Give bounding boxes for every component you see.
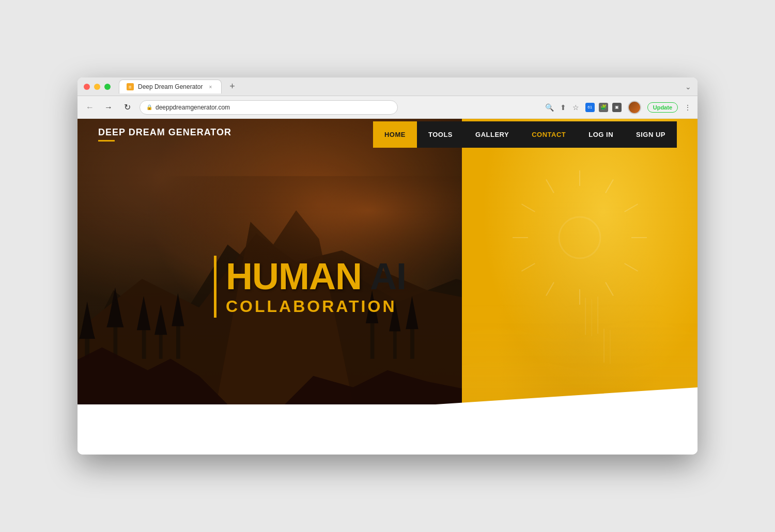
nav-item-signup[interactable]: SIGN UP (625, 121, 677, 148)
title-bar: Deep Dream Generator × + ⌄ (78, 77, 698, 96)
extension-sidebar-icon[interactable]: ▣ (612, 103, 622, 112)
new-tab-button[interactable]: + (226, 81, 238, 93)
window-chevron-button[interactable]: ⌄ (685, 83, 691, 91)
update-button[interactable]: Update (647, 102, 678, 113)
site-logo: DEEP DREAM GENERATOR (98, 127, 231, 142)
mac-window: Deep Dream Generator × + ⌄ ← → ↻ 🔒 deepp… (78, 77, 698, 455)
extension-calendar-icon[interactable]: 61 (585, 103, 595, 112)
hero-collaboration-text: COLLABORATION (226, 297, 406, 316)
site-navigation: DEEP DREAM GENERATOR HOME TOOLS GALLERY … (78, 119, 698, 150)
svg-line-26 (606, 179, 613, 193)
hero-text: HUMAN AI COLLABORATION (214, 256, 406, 318)
lock-icon: 🔒 (146, 104, 152, 110)
hero-titles: HUMAN AI COLLABORATION (226, 258, 406, 316)
search-icon[interactable]: 🔍 (545, 103, 554, 112)
user-avatar[interactable] (628, 101, 641, 114)
address-bar-actions: 🔍 ⬆ ☆ 61 🧩 ▣ Update ⋮ (545, 101, 691, 114)
bookmark-icon[interactable]: ☆ (572, 103, 579, 112)
logo-underline (98, 140, 115, 142)
hero-human-text: HUMAN (226, 258, 362, 295)
hero-gold-panel (462, 119, 698, 428)
tab-title: Deep Dream Generator (138, 83, 203, 90)
tab-favicon-icon (127, 83, 134, 90)
website-content: DEEP DREAM GENERATOR HOME TOOLS GALLERY … (78, 119, 698, 455)
nav-item-login[interactable]: LOG IN (577, 121, 625, 148)
logo-text: DEEP DREAM GENERATOR (98, 127, 231, 138)
nav-item-home[interactable]: HOME (373, 121, 417, 148)
extensions-group: 61 🧩 ▣ (585, 103, 622, 112)
address-bar: ← → ↻ 🔒 deeppdreamgenerator.com 🔍 ⬆ ☆ 61… (78, 96, 698, 119)
maximize-button[interactable] (104, 84, 111, 90)
nav-item-tools[interactable]: TOOLS (417, 121, 464, 148)
svg-line-27 (625, 204, 638, 212)
minimize-button[interactable] (94, 84, 100, 90)
back-button[interactable]: ← (84, 103, 96, 112)
svg-line-35 (521, 204, 535, 212)
title-bar-controls: ⌄ (685, 83, 691, 91)
nav-item-contact[interactable]: CONTACT (520, 121, 577, 148)
refresh-button[interactable]: ↻ (121, 102, 133, 112)
hero-section: DEEP DREAM GENERATOR HOME TOOLS GALLERY … (78, 119, 698, 455)
hero-human-ai-row: HUMAN AI (226, 258, 406, 295)
nav-links: HOME TOOLS GALLERY CONTACT LOG IN SIGN U… (373, 121, 677, 148)
hero-vertical-bar (214, 256, 216, 318)
nav-item-gallery[interactable]: GALLERY (464, 121, 520, 148)
share-icon[interactable]: ⬆ (560, 103, 566, 112)
active-tab[interactable]: Deep Dream Generator × (119, 80, 222, 93)
extension-puzzle-icon[interactable]: 🧩 (599, 103, 608, 112)
close-button[interactable] (84, 84, 90, 90)
url-bar[interactable]: 🔒 deeppdreamgenerator.com (140, 100, 398, 115)
svg-line-36 (546, 179, 554, 193)
tab-close-button[interactable]: × (207, 83, 214, 90)
browser-menu-icon[interactable]: ⋮ (684, 103, 691, 112)
url-text: deeppdreamgenerator.com (156, 104, 230, 111)
traffic-lights (84, 84, 111, 90)
hero-main-text: HUMAN AI COLLABORATION (214, 256, 406, 318)
tab-bar: Deep Dream Generator × + (119, 80, 685, 93)
hero-ai-text: AI (370, 258, 406, 295)
forward-button[interactable]: → (102, 103, 115, 112)
